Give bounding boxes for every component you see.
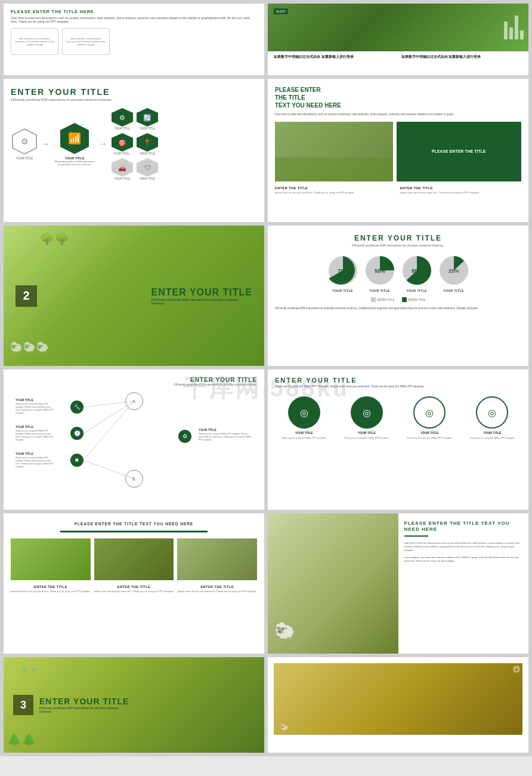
circle-bg-1: ◎ — [288, 396, 320, 429]
pie-svg-2: 50% — [364, 254, 396, 287]
ic-title-1: YOUR TITLE — [295, 431, 313, 435]
node-a: A — [125, 392, 143, 410]
slide-2r-photos: PLEASE ENTER THE TITLE — [275, 122, 521, 181]
ic-3: ◎ YOUR TITLE Thank you for using the 588… — [401, 396, 459, 440]
hex-tr-svg: 🔄 — [136, 107, 159, 127]
slide-scenic-field: 🐦 🐦 🌲🌲 3 ENTER YOUR TITLE Efficiently po… — [4, 657, 264, 753]
hex-mr-label: YOUR TITLE — [140, 152, 155, 155]
cap1-text: please enter the text you need here. Tha… — [275, 191, 397, 195]
item-2-group: YOUR TITLE Thank you for using the 588ku… — [16, 425, 54, 442]
info1-title: 如果数字中明确以过去式由自 如重新输入进行登录 — [274, 55, 395, 59]
bar1 — [504, 21, 508, 39]
photo-cattle — [94, 538, 174, 580]
hex-bl: 🚗 YOUR TITLE — [111, 158, 134, 180]
trees: 🌳🌳 — [39, 232, 69, 246]
hex-row-1: ⚙ YOUR TITLE 🔄 YOUR TITLE — [111, 107, 159, 130]
cap-1-title: ENTER THE TITLE — [11, 585, 91, 589]
slide-3r-body: Efficiently pontificate B2B imperatives … — [275, 307, 521, 311]
legend-1: ENTER TITLE — [371, 297, 395, 302]
slide-5r-text: PLEASE ENTER THE TITLE TEXT YOU NEED HER… — [398, 513, 529, 654]
hex-outline-group: ⚙ YOUR TITLE — [11, 128, 38, 160]
corner-marker: ● — [513, 666, 520, 673]
cap-2-text: please enter the text you need here. Tha… — [94, 590, 174, 593]
icon-circle-4: ♻ — [178, 430, 191, 443]
info-col-2: 如果数字中明确以过去式由自 如重新输入进行登录 — [401, 55, 523, 60]
hex-mr: 📍 YOUR TITLE — [136, 133, 159, 155]
ic-title-3: YOUR TITLE — [420, 431, 438, 435]
slide-2r-title: PLEASE ENTER THE TITLE TEXT YOU NEED HER… — [275, 86, 521, 109]
hex-br: 🛡 YOUR TITLE — [136, 158, 159, 180]
node-b: B — [125, 470, 143, 488]
svg-text:50%: 50% — [374, 268, 385, 274]
item-4-group: YOUR TITLE Thank you for using the 588ku… — [199, 428, 252, 442]
svg-text:🚗: 🚗 — [118, 164, 126, 172]
hex-br-svg: 🛡 — [136, 158, 159, 177]
icon-circle-2: 🕐 — [70, 427, 83, 440]
box2-text: data statistics, event analysis, summary… — [65, 37, 107, 46]
pie-label-2: YOUR TITLE — [369, 289, 390, 292]
hex-center-sub: Efficiently pontificate B2B imperatives … — [54, 160, 95, 166]
slide-1l-box1: data statistics, event analysis, summary… — [11, 28, 58, 55]
slide-pie-charts: ENTER YOUR TITLE Efficiently pontificate… — [268, 226, 528, 366]
slide-6l-subtitle: Efficiently pontificate B2B imperatives … — [39, 706, 129, 713]
pie-item-2: 50% YOUR TITLE — [364, 254, 396, 292]
hex-tr-label: YOUR TITLE — [140, 127, 155, 130]
cap-col-2: ENTER THE TITLE please enter the text yo… — [400, 186, 522, 195]
grass-overlay — [275, 158, 393, 181]
ic-text-3: Thank you for using the 588ku PPT templa… — [407, 437, 452, 440]
hex-ml-svg: 🎯 — [111, 133, 134, 152]
cap-2: ENTER THE TITLE please enter the text yo… — [94, 585, 174, 593]
slide-5r-body2: event analysis, summary and overview rel… — [404, 556, 523, 563]
hex-br-label: YOUR TITLE — [140, 177, 155, 180]
pie-svg-1: 75% — [327, 254, 359, 287]
slide-2l-hex-area: ⚙ YOUR TITLE → 📶 YOUR TITLE Efficiently … — [11, 107, 257, 180]
diagram-area: A B YOUR TITLE Thank you for using the 5… — [11, 392, 257, 488]
icon-circle-1: 🔧 — [70, 401, 83, 414]
slide-three-photos: PLEASE ENTER THE TITLE TEXT YOU NEED HER… — [4, 513, 264, 654]
slide-3l-subtitle: Efficiently pontificate B2B imperatives … — [151, 298, 247, 305]
hex-bl-svg: 🚗 — [111, 158, 134, 177]
hex-outline-svg: ⚙ — [11, 128, 38, 155]
cap2-text: please enter the text you need here. Tha… — [400, 191, 522, 195]
slide-3l-num-badge: 2 — [16, 285, 37, 307]
birds-icon: 🐦 🐦 — [21, 666, 38, 673]
item-3-group: YOUR TITLE Thank you for using the 588ku… — [16, 452, 54, 469]
slide-sheep-field: 🐑🐑🐑 🌳🌳 2 ENTER YOUR TITLE Efficiently po… — [4, 226, 264, 366]
info2-title: 如果数字中明确以过去式由自 如重新输入进行登录 — [401, 55, 523, 59]
pie-label-1: YOUR TITLE — [332, 289, 353, 292]
hex-ml-label: YOUR TITLE... — [113, 152, 131, 155]
legend-dot-2 — [402, 297, 407, 302]
ic-text-4: Thank you for using the 588ku PPT templa… — [469, 437, 515, 440]
slide-3r-title: ENTER YOUR TITLE — [275, 234, 521, 242]
pie-row: 75% YOUR TITLE 50% YOUR TITLE 85% — [275, 254, 521, 292]
hex-tl: ⚙ YOUR TITLE — [111, 107, 134, 130]
slide-6l-overlay: ENTER YOUR TITLE Efficiently pontificate… — [39, 697, 129, 713]
photo-sheep2 — [177, 538, 257, 580]
hex-ml: 🎯 YOUR TITLE... — [111, 133, 134, 155]
circle-bg-4: ◎ — [476, 396, 508, 429]
slide-5l-bar — [60, 531, 208, 532]
svg-text:🔄: 🔄 — [143, 113, 151, 122]
sheep-silhouettes: 🐑🐑🐑 — [10, 341, 49, 354]
hex-outline-wrap: ⚙ — [11, 128, 38, 155]
pie-item-3: 85% YOUR TITLE — [401, 254, 433, 292]
slide-5r-line — [404, 535, 428, 537]
slide-1r-photo: ALERT — [268, 4, 528, 51]
item-4-title: YOUR TITLE — [199, 428, 252, 432]
green-panel: PLEASE ENTER THE TITLE — [397, 122, 522, 181]
slide-5l-title: PLEASE ENTER THE TITLE TEXT YOU NEED HER… — [11, 522, 257, 526]
slide-4l-subtitle: Efficiently pontificate B2B imperatives … — [11, 383, 257, 386]
icon-circle-3: ✖ — [70, 454, 83, 467]
legend-dot-1 — [371, 297, 376, 302]
slide-5r-photo: 🐑 — [268, 513, 398, 654]
pie-item-4: 25% YOUR TITLE — [438, 254, 470, 292]
photo-field — [11, 538, 91, 580]
svg-line-26 — [83, 401, 134, 460]
cap1-title: ENTER THE TITLE — [275, 186, 397, 190]
pie-item-1: 75% YOUR TITLE — [327, 254, 359, 292]
slide-sheep-closeup: 🐑 PLEASE ENTER THE TITLE TEXT YOU NEED H… — [268, 513, 528, 654]
slide-2r-captions: ENTER THE TITLE please enter the text yo… — [275, 186, 521, 195]
cap-col-1: ENTER THE TITLE please enter the text yo… — [275, 186, 397, 195]
slide-golden-field: 🐑 ● — [268, 657, 528, 753]
slide-1l-boxes: data statistics, event analysis, summary… — [11, 28, 257, 55]
